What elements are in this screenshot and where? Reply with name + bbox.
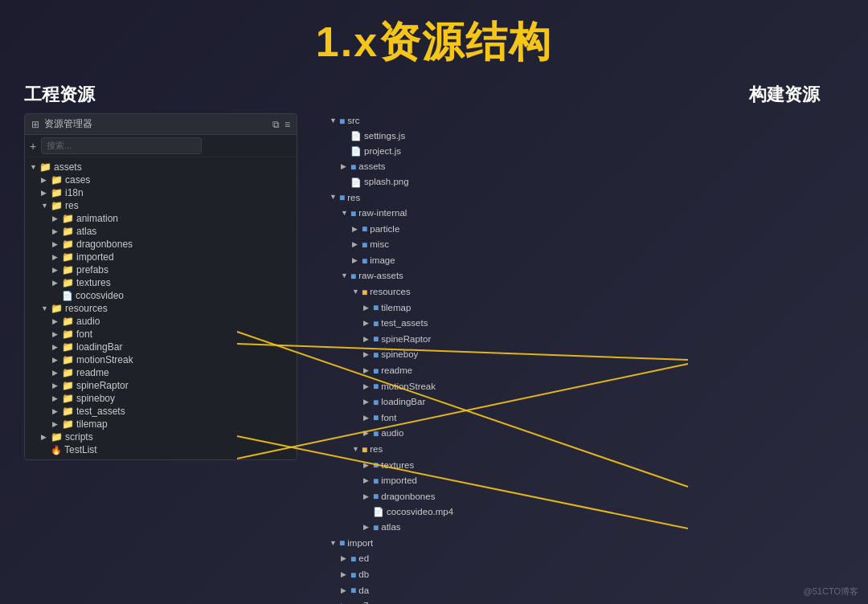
- folder-icon: 📁: [62, 418, 74, 430]
- tree-item[interactable]: 📁atlas: [25, 225, 297, 238]
- tree-item[interactable]: 📁tilemap: [25, 418, 297, 431]
- tree-item[interactable]: 📁dragonbones: [25, 238, 297, 251]
- tree-item[interactable]: 📁test_assets: [25, 405, 297, 418]
- right-tree-item[interactable]: ▶ ■assets: [330, 159, 844, 175]
- item-label: import: [347, 537, 373, 551]
- right-tree-item[interactable]: ▶ ■image: [330, 253, 844, 269]
- folder-icon: ■: [350, 269, 356, 284]
- folder-icon: ■: [373, 379, 379, 394]
- tree-item[interactable]: 📁resources: [25, 302, 297, 315]
- item-label: font: [381, 411, 396, 426]
- right-tree-item[interactable]: ▶ ■spineboy: [330, 348, 844, 364]
- right-tree-item[interactable]: ▶ ■da: [330, 583, 844, 599]
- right-tree-item[interactable]: ▶ ■readme: [330, 363, 844, 379]
- right-tree-item[interactable]: ▶ ■particle: [330, 222, 844, 238]
- right-tree-item[interactable]: ▶ ■tilemap: [330, 300, 844, 316]
- right-tree-item[interactable]: ▶ ■textures: [330, 458, 844, 474]
- left-label: 工程资源: [24, 83, 297, 107]
- item-label: spineRaptor: [76, 380, 129, 391]
- item-label: motionStreak: [76, 354, 133, 365]
- right-tree-item[interactable]: ▶ ■dragonbones: [330, 489, 844, 505]
- item-label: dragonbones: [381, 490, 435, 504]
- file-icon: 📄: [373, 505, 384, 519]
- right-tree-item[interactable]: ▶ ■test_assets: [330, 316, 844, 332]
- tree-item[interactable]: 📁spineboy: [25, 392, 297, 405]
- folder-icon: ■: [350, 206, 356, 222]
- tree-item[interactable]: 📁cases: [25, 173, 297, 186]
- folder-icon: ■: [373, 348, 379, 363]
- folder-icon: ■: [350, 599, 356, 604]
- right-tree-item[interactable]: 📄splash.png: [330, 175, 844, 190]
- right-tree-item[interactable]: ▶ ■loadingBar: [330, 394, 844, 410]
- folder-icon: 📁: [62, 380, 74, 391]
- tree-item[interactable]: 📁motionStreak: [25, 353, 297, 366]
- right-tree-item[interactable]: ▶ ■ed: [330, 552, 844, 568]
- file-icon: 📄: [62, 291, 73, 301]
- item-label: resources: [370, 285, 411, 300]
- folder-icon: ■: [362, 254, 367, 269]
- item-label: res: [347, 191, 360, 206]
- right-tree-item[interactable]: ▶ ■c7: [330, 598, 844, 604]
- right-tree-item[interactable]: ▼ ■raw-internal: [330, 206, 844, 222]
- tree-item[interactable]: 📁loadingBar: [25, 341, 297, 353]
- tree-item[interactable]: 📁spineRaptor: [25, 379, 297, 392]
- tree-item[interactable]: 📁prefabs: [25, 263, 297, 276]
- tree-item[interactable]: 📁imported: [25, 251, 297, 263]
- right-tree-item[interactable]: ▼ ■src: [330, 113, 844, 129]
- right-tree-item[interactable]: 📄settings.js: [330, 129, 844, 145]
- right-tree-item[interactable]: ▶ ■atlas: [330, 520, 844, 536]
- tree-item[interactable]: 📁audio: [25, 315, 297, 328]
- item-label: raw-assets: [358, 269, 403, 284]
- fm-action-copy[interactable]: ⧉: [272, 119, 280, 130]
- right-tree-item[interactable]: ▶ ■font: [330, 410, 844, 426]
- add-button[interactable]: +: [30, 140, 36, 153]
- tree-item[interactable]: 📁res: [25, 199, 297, 212]
- tree-item[interactable]: 📁scripts: [25, 431, 297, 443]
- tree-item[interactable]: 📁assets: [25, 161, 297, 173]
- right-tree-item[interactable]: ▼ ■resources: [330, 284, 844, 300]
- search-input[interactable]: 搜索...: [41, 137, 202, 154]
- right-tree-item[interactable]: ▼ ■res: [330, 442, 844, 458]
- right-tree-item[interactable]: ▼ ■res: [330, 190, 844, 206]
- item-label: assets: [54, 161, 82, 173]
- tree-item[interactable]: 📁readme: [25, 366, 297, 379]
- item-label: settings.js: [364, 129, 405, 144]
- folder-icon: 📁: [62, 329, 74, 340]
- right-tree-item[interactable]: ▶ ■misc: [330, 237, 844, 253]
- item-label: assets: [358, 160, 385, 174]
- item-label: font: [76, 329, 92, 340]
- folder-icon: 📁: [62, 393, 74, 404]
- right-tree-item[interactable]: ▶ ■imported: [330, 473, 844, 489]
- item-label: textures: [381, 459, 414, 473]
- right-tree-item[interactable]: ▶ ■spineRaptor: [330, 332, 844, 348]
- right-tree-item[interactable]: 📄cocosvideo.mp4: [330, 505, 844, 520]
- right-tree-item[interactable]: ▶ ■motionStreak: [330, 379, 844, 395]
- folder-icon: 📁: [62, 354, 74, 365]
- folder-icon: 📁: [62, 213, 74, 224]
- tree-item[interactable]: 📁animation: [25, 212, 297, 225]
- right-tree-item[interactable]: ▶ ■audio: [330, 426, 844, 443]
- right-tree-item[interactable]: ▼ ■import: [330, 536, 844, 552]
- item-label: cocosvideo: [76, 290, 124, 301]
- item-label: da: [358, 584, 369, 598]
- folder-icon: 📁: [62, 406, 74, 417]
- folder-icon: ■: [373, 316, 379, 332]
- folder-icon: ■: [373, 332, 379, 347]
- main-title: 1.x资源结构: [0, 0, 868, 79]
- tree-item[interactable]: 📁font: [25, 328, 297, 341]
- item-label: textures: [76, 277, 111, 288]
- tree-item[interactable]: 🔥TestList: [25, 443, 297, 456]
- file-manager: ⊞ 资源管理器 ⧉ ≡ + 搜索... 📁assets📁cases📁i18n📁r…: [24, 113, 297, 460]
- item-label: project.js: [364, 145, 401, 159]
- right-tree-item[interactable]: 📄project.js: [330, 144, 844, 159]
- folder-icon: 📁: [51, 200, 63, 211]
- fm-action-menu[interactable]: ≡: [285, 119, 290, 130]
- folder-icon: ■: [362, 285, 367, 300]
- folder-icon: 📁: [62, 367, 74, 378]
- right-tree-item[interactable]: ▶ ■db: [330, 567, 844, 583]
- right-tree-item[interactable]: ▼ ■raw-assets: [330, 269, 844, 285]
- tree-item[interactable]: 📁textures: [25, 276, 297, 289]
- tree-item[interactable]: 📄cocosvideo: [25, 289, 297, 302]
- folder-icon: ■: [350, 568, 356, 583]
- tree-item[interactable]: 📁i18n: [25, 186, 297, 199]
